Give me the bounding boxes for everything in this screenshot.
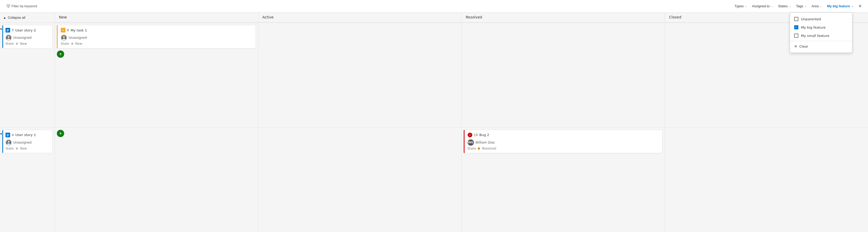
dropdown-item-my-small-feature[interactable]: My small feature — [790, 32, 852, 40]
close-filter-button[interactable]: ✕ — [856, 3, 864, 10]
area-active-label: My big feature — [827, 4, 850, 8]
svg-point-19 — [469, 134, 470, 135]
area-label: Area — [811, 4, 818, 8]
col-active-row2 — [258, 128, 462, 232]
svg-point-5 — [8, 36, 10, 38]
checkbox-my-big-feature[interactable] — [794, 25, 798, 29]
sidebar-item-user-story-1[interactable]: ◀ 4 User story 1 — [2, 130, 53, 153]
main-layout: ▲ Collapse all New Active Resolved Close… — [0, 12, 868, 232]
board-row-1: ◀ 5 User story 2 — [0, 23, 868, 128]
board-row-2: ◀ 4 User story 1 — [0, 128, 868, 232]
task-assignee: Unassigned — [69, 36, 87, 40]
assigned-to-chevron-icon: ⌄ — [771, 5, 773, 7]
task-state-label: State — [61, 42, 69, 45]
board-card-task-1[interactable]: 6 My task 1 — [57, 25, 256, 48]
state-dot-1 — [16, 43, 18, 45]
col-active-row1 — [258, 23, 462, 127]
bug-num: 10 — [474, 133, 478, 137]
assignee-label-2: Unassigned — [13, 141, 32, 144]
collapse-all-button[interactable]: ▲ Collapse all — [3, 14, 25, 21]
checkbox-unparented[interactable] — [794, 17, 798, 21]
task-state: New — [75, 42, 82, 45]
area-active-chevron-icon: ⌄ — [851, 5, 853, 7]
types-chevron-icon: ⌄ — [745, 5, 747, 7]
task-assignee-avatar — [61, 35, 67, 41]
checkbox-my-small-feature[interactable] — [794, 34, 798, 38]
dropdown-item-unparented[interactable]: Unparented — [790, 15, 852, 23]
svg-rect-3 — [7, 31, 8, 32]
dropdown-label-unparented: Unparented — [801, 17, 821, 21]
state-text-1: State — [5, 42, 14, 45]
clear-label: Clear — [799, 44, 808, 48]
col-resolved-row2: 10 Bug 2 WG William Glas State Res — [462, 128, 665, 232]
toolbar-left: Filter by keyword — [4, 3, 730, 9]
dropdown-divider — [790, 41, 852, 41]
state-value-1: New — [20, 42, 27, 45]
toolbar: Filter by keyword Types ⌄ Assigned to ⌄ … — [0, 0, 868, 12]
col-header-active: Active — [258, 12, 462, 23]
states-chevron-icon: ⌄ — [789, 5, 791, 7]
tags-label: Tags — [796, 4, 803, 8]
svg-rect-12 — [7, 134, 9, 135]
task-title: My task 1 — [71, 28, 87, 32]
task-state-dot — [71, 43, 73, 45]
collapse-all-label: Collapse all — [8, 15, 25, 20]
area-dropdown-panel: Unparented My big feature My small featu… — [790, 12, 852, 53]
collapse-icon: ▲ — [3, 16, 6, 20]
bug-state-dot — [478, 148, 480, 150]
bug-assignee: William Glas — [475, 141, 495, 144]
area-active-filter-button[interactable]: My big feature ⌄ — [825, 3, 855, 9]
svg-rect-14 — [7, 136, 8, 136]
item-num-4: 4 — [12, 133, 14, 137]
col-new-row2: + — [55, 128, 258, 232]
states-filter-button[interactable]: States ⌄ — [776, 3, 793, 9]
sidebar-item-title-1: User story 1 — [16, 133, 36, 137]
filter-icon — [6, 4, 10, 8]
sidebar-item-title-2: User story 2 — [16, 28, 36, 32]
assigned-to-label: Assigned to — [752, 4, 770, 8]
bug-state: Resolved — [482, 147, 496, 150]
add-item-row1[interactable]: + — [57, 50, 64, 58]
svg-rect-1 — [7, 29, 9, 30]
states-label: States — [778, 4, 788, 8]
user-story-icon-2 — [5, 133, 10, 137]
col-header-resolved: Resolved — [462, 12, 665, 23]
task-icon — [61, 28, 65, 33]
clear-x-icon: ✕ — [794, 44, 797, 48]
svg-point-16 — [8, 141, 10, 143]
assignee-avatar-2 — [5, 140, 12, 146]
col-closed-row2 — [665, 128, 868, 232]
bug-icon — [468, 133, 472, 137]
board-card-bug-2[interactable]: 10 Bug 2 WG William Glas State Res — [464, 130, 663, 153]
col-resolved-row1 — [462, 23, 665, 127]
bug-assignee-avatar: WG — [468, 140, 474, 146]
svg-point-20 — [470, 134, 471, 135]
tags-filter-button[interactable]: Tags ⌄ — [794, 3, 808, 9]
area-filter-button[interactable]: Area ⌄ — [809, 3, 824, 9]
bug-title: Bug 2 — [479, 133, 489, 137]
assignee-label-1: Unassigned — [13, 36, 32, 40]
dropdown-clear-button[interactable]: ✕ Clear — [790, 42, 852, 50]
filter-label: Filter by keyword — [11, 4, 37, 8]
types-filter-button[interactable]: Types ⌄ — [733, 3, 749, 9]
svg-point-18 — [468, 133, 471, 137]
state-text-2: State — [5, 147, 14, 150]
user-story-icon — [5, 28, 10, 33]
bug-state-label: State — [468, 147, 476, 150]
area-chevron-icon: ⌄ — [820, 5, 822, 7]
col-new-row1: 6 My task 1 — [55, 23, 258, 127]
assignee-avatar-1 — [5, 35, 12, 41]
svg-point-9 — [63, 36, 65, 38]
dropdown-item-my-big-feature[interactable]: My big feature — [790, 23, 852, 32]
svg-rect-13 — [7, 135, 9, 136]
add-item-row2[interactable]: + — [57, 130, 64, 137]
dropdown-label-my-big-feature: My big feature — [801, 26, 826, 29]
svg-rect-2 — [7, 30, 9, 31]
sidebar-item-user-story-2[interactable]: ◀ 5 User story 2 — [2, 25, 53, 48]
item-num-5: 5 — [12, 28, 14, 32]
filter-keyword-button[interactable]: Filter by keyword — [4, 3, 39, 9]
state-dot-2 — [16, 148, 18, 150]
types-label: Types — [735, 4, 744, 8]
assigned-to-filter-button[interactable]: Assigned to ⌄ — [750, 3, 775, 9]
task-num: 6 — [67, 28, 69, 32]
